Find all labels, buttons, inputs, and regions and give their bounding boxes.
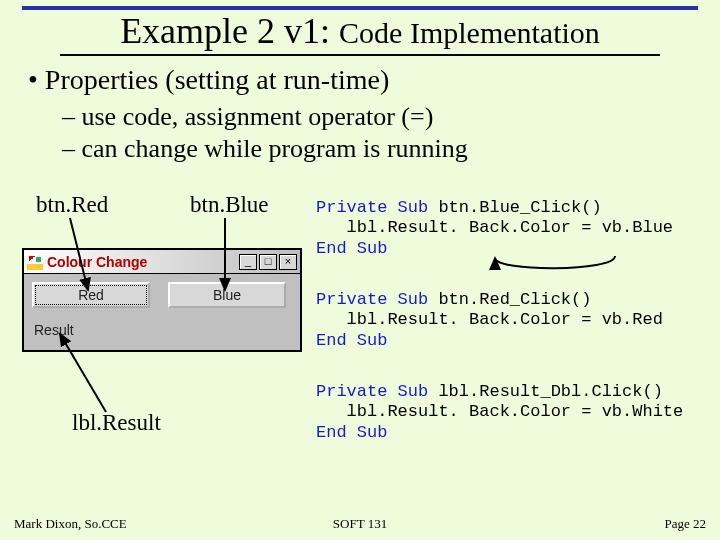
code-block-2: Private Sub btn.Red_Click() lbl.Result. … [316,290,663,351]
code-text: lbl.Result. Back.Color = vb.Blue [316,218,673,237]
code-block-3: Private Sub lbl.Result_Dbl.Click() lbl.R… [316,382,683,443]
blue-button[interactable]: Blue [168,282,286,308]
maximize-button[interactable]: □ [259,254,277,270]
code-text: btn.Red_Click() [428,290,591,309]
window-buttons: _ □ × [239,254,297,270]
bullet-level-2: can change while program is running [62,134,468,164]
close-button[interactable]: × [279,254,297,270]
keyword: End Sub [316,331,387,350]
keyword: Private Sub [316,382,428,401]
keyword: End Sub [316,423,387,442]
bullet-level-2: use code, assignment operator (=) [62,102,433,132]
keyword: Private Sub [316,198,428,217]
result-label[interactable]: Result [32,318,286,342]
title-underline [60,54,660,56]
window-titlebar: Colour Change _ □ × [24,250,300,274]
callout-lbl-result: lbl.Result [72,410,161,436]
footer-center: SOFT 131 [0,516,720,532]
app-icon [27,254,43,270]
minimize-button[interactable]: _ [239,254,257,270]
keyword: Private Sub [316,290,428,309]
callout-btn-red: btn.Red [36,192,108,218]
window-title: Colour Change [47,254,239,270]
vb-window: Colour Change _ □ × Red Blue Result [22,248,302,352]
assignment-arrow [480,254,630,276]
bullet-level-1: Properties (setting at run-time) [28,64,389,96]
callout-btn-blue: btn.Blue [190,192,269,218]
title-sub: Code Implementation [339,16,600,49]
code-text: lbl.Result_Dbl.Click() [428,382,663,401]
footer-right: Page 22 [664,516,706,532]
keyword: End Sub [316,239,387,258]
code-text: lbl.Result. Back.Color = vb.Red [316,310,663,329]
red-button[interactable]: Red [32,282,150,308]
title-main: Example 2 v1: [120,11,339,51]
window-body: Red Blue Result [24,274,300,350]
slide-title: Example 2 v1: Code Implementation [0,10,720,52]
code-block-1: Private Sub btn.Blue_Click() lbl.Result.… [316,198,673,259]
code-text: btn.Blue_Click() [428,198,601,217]
button-row: Red Blue [32,282,292,308]
code-text: lbl.Result. Back.Color = vb.White [316,402,683,421]
